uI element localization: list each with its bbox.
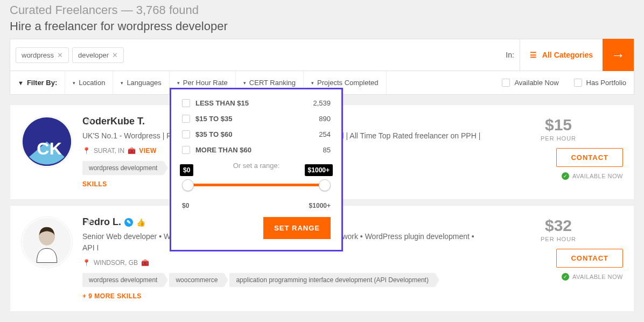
freelancer-location: SURAT, IN — [94, 147, 124, 155]
check-icon: ✓ — [562, 172, 569, 180]
pin-icon: 📍 — [82, 147, 90, 155]
tag-label: wordpress — [22, 51, 54, 59]
caret-down-icon: ▾ — [73, 80, 75, 86]
skill-chip[interactable]: wordpress development — [82, 273, 164, 287]
funnel-icon: ▼ — [18, 80, 24, 86]
per-hour-label: PER HOUR — [494, 236, 623, 242]
arrow-right-icon: → — [611, 47, 625, 64]
slider-min-handle[interactable] — [182, 179, 194, 191]
tag-label: developer — [78, 51, 109, 59]
filter-by-label: ▼Filter By: — [10, 71, 65, 94]
checkbox-icon — [574, 79, 582, 87]
briefcase-icon: 🧰 — [141, 259, 149, 267]
checkbox-icon — [182, 99, 190, 107]
checkbox-icon — [502, 79, 510, 87]
min-value: $0 — [182, 202, 189, 209]
contact-button[interactable]: CONTACT — [556, 249, 623, 268]
min-bubble: $0 — [180, 164, 193, 176]
rate-dropdown: LESS THAN $152,539 $15 TO $35890 $35 TO … — [170, 88, 343, 251]
contact-button[interactable]: CONTACT — [556, 148, 623, 167]
search-tag[interactable]: wordpress✕ — [16, 47, 69, 63]
price: $15 — [494, 116, 623, 134]
svg-text:K: K — [50, 139, 62, 158]
caret-down-icon: ▾ — [311, 80, 314, 86]
range-slider[interactable]: $0 $1000+ — [182, 177, 331, 199]
list-icon: ☰ — [530, 51, 537, 59]
briefcase-icon: 🧰 — [128, 147, 136, 155]
more-skills-link[interactable]: SKILLS — [82, 180, 107, 188]
categories-dropdown[interactable]: ☰ All Categories — [520, 39, 603, 71]
search-tag[interactable]: developer✕ — [72, 47, 124, 63]
heart-icon[interactable]: ♥ — [86, 116, 92, 127]
in-label: In: — [500, 51, 520, 59]
verified-icon: ✎ — [124, 218, 133, 227]
page-subtitle: Hire a freelancer for wordpress develope… — [10, 19, 634, 33]
page-header: Curated Freelancers — 3,768 found Hire a… — [0, 0, 644, 39]
caret-down-icon: ▾ — [177, 80, 180, 86]
checkbox-icon — [182, 146, 190, 154]
more-skills-link[interactable]: + 9 MORE SKILLS — [82, 292, 142, 300]
search-bar: wordpress✕ developer✕ In: ☰ All Categori… — [10, 39, 634, 71]
available-now-checkbox[interactable]: Available Now — [494, 71, 566, 94]
price: $32 — [494, 216, 623, 235]
caret-down-icon: ▾ — [121, 80, 123, 86]
slider-track — [187, 184, 325, 186]
slider-max-handle[interactable] — [319, 179, 331, 191]
categories-label: All Categories — [542, 51, 593, 59]
close-icon[interactable]: ✕ — [57, 51, 63, 59]
thumbs-up-icon: 👍 — [136, 218, 145, 227]
svg-text:C: C — [37, 139, 49, 158]
pin-icon: 📍 — [82, 259, 90, 267]
avatar[interactable] — [21, 216, 73, 268]
page-title: Curated Freelancers — 3,768 found — [10, 3, 634, 17]
set-range-button[interactable]: SET RANGE — [263, 217, 331, 239]
max-bubble: $1000+ — [305, 164, 333, 176]
per-hour-label: PER HOUR — [494, 135, 623, 142]
caret-down-icon: ▾ — [243, 80, 246, 86]
checkbox-icon — [182, 115, 190, 123]
max-value: $1000+ — [309, 202, 331, 209]
available-badge: ✓AVAILABLE NOW — [562, 172, 623, 180]
close-icon[interactable]: ✕ — [112, 51, 118, 59]
filter-languages[interactable]: ▾Languages — [113, 71, 169, 94]
avatar[interactable]: CK — [21, 116, 73, 167]
view-link[interactable]: VIEW — [139, 147, 157, 155]
check-icon: ✓ — [562, 273, 569, 281]
rate-option[interactable]: LESS THAN $152,539 — [182, 99, 331, 107]
available-badge: ✓AVAILABLE NOW — [562, 273, 623, 281]
freelancer-location: WINDSOR, GB — [94, 259, 138, 267]
search-tags: wordpress✕ developer✕ — [10, 47, 500, 63]
rate-option[interactable]: $15 TO $35890 — [182, 115, 331, 123]
skill-chip[interactable]: application programming interface develo… — [229, 273, 435, 287]
search-button[interactable]: → — [603, 39, 634, 71]
checkbox-icon — [182, 130, 190, 138]
has-portfolio-checkbox[interactable]: Has Portfolio — [566, 71, 634, 94]
rate-option[interactable]: MORE THAN $6085 — [182, 146, 331, 154]
skill-chip[interactable]: woocommerce — [169, 273, 224, 287]
skill-chip[interactable]: wordpress development — [82, 161, 164, 175]
heart-icon[interactable]: ♥ — [86, 216, 92, 228]
rate-option[interactable]: $35 TO $60254 — [182, 130, 331, 138]
filter-location[interactable]: ▾Location — [65, 71, 113, 94]
